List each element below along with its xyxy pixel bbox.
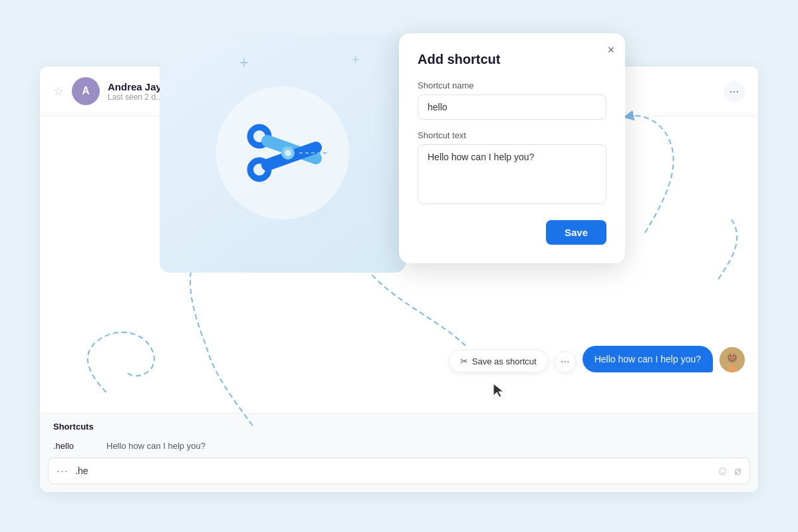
user-avatar: [720, 347, 745, 372]
save-as-shortcut-button[interactable]: ✂ Save as shortcut: [449, 350, 548, 372]
shortcut-search-input[interactable]: [75, 466, 710, 476]
illustration-panel: + +: [160, 33, 406, 273]
scissors-illustration: [216, 86, 349, 219]
chat-message: Hello how can I help you?: [583, 346, 713, 372]
input-icons: ☺ ⌀: [717, 464, 741, 478]
modal-title: Add shortcut: [418, 52, 606, 67]
add-shortcut-modal: × Add shortcut Shortcut name Shortcut te…: [399, 33, 625, 263]
scissors-icon: ✂: [460, 356, 468, 366]
shortcut-key: .hello: [53, 441, 106, 451]
shortcut-value: Hello how can I help you?: [106, 441, 205, 451]
plus-decoration-2: +: [352, 53, 359, 67]
shortcuts-panel: Shortcuts .hello Hello how can I help yo…: [40, 413, 758, 492]
shortcut-text-input[interactable]: Hello how can I help you?: [418, 144, 606, 204]
save-shortcut-label: Save as shortcut: [472, 356, 537, 366]
star-icon[interactable]: ☆: [53, 84, 64, 98]
svg-point-4: [733, 355, 734, 356]
shortcut-input-row[interactable]: ··· ☺ ⌀: [48, 458, 750, 484]
plus-decoration-1: +: [239, 53, 249, 72]
shortcut-row: .hello Hello how can I help you?: [40, 437, 758, 455]
attachment-icon[interactable]: ⌀: [734, 464, 741, 478]
shortcut-name-input[interactable]: [418, 94, 606, 120]
more-button[interactable]: ···: [724, 80, 745, 102]
shortcut-text-label: Shortcut text: [418, 130, 606, 140]
svg-point-3: [730, 355, 732, 356]
modal-close-button[interactable]: ×: [607, 44, 614, 56]
avatar: A: [72, 77, 100, 105]
message-options-button[interactable]: ···: [555, 351, 576, 372]
shortcut-name-label: Shortcut name: [418, 80, 606, 90]
shortcuts-title: Shortcuts: [40, 414, 758, 437]
svg-point-10: [285, 150, 291, 156]
emoji-icon[interactable]: ☺: [717, 464, 729, 478]
shortcut-dots-icon: ···: [57, 464, 68, 478]
save-button[interactable]: Save: [546, 220, 606, 245]
